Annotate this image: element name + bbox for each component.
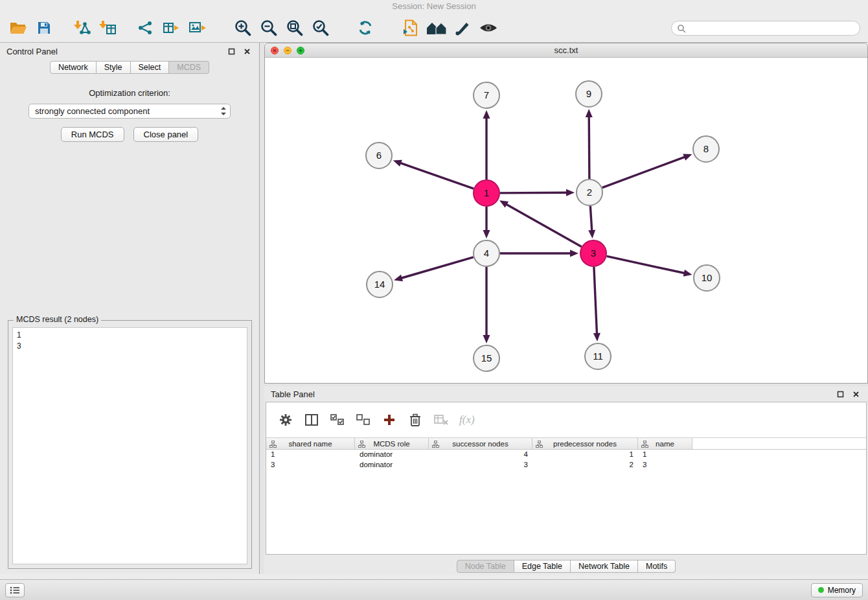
graph-node-6[interactable]: 6	[366, 143, 392, 168]
graph-node-11[interactable]: 11	[585, 343, 611, 369]
graph-edge-3-10[interactable]	[607, 256, 685, 273]
export-image-button[interactable]	[184, 16, 210, 40]
column-header-label: predecessor nodes	[553, 440, 617, 448]
tab-select[interactable]: Select	[131, 61, 170, 74]
style-document-button[interactable]	[398, 16, 424, 40]
tab-network-table[interactable]: Network Table	[571, 560, 638, 573]
table-settings-button[interactable]	[275, 410, 296, 430]
column-header-name[interactable]: name	[638, 438, 692, 449]
minimize-window-button[interactable]	[284, 47, 291, 54]
search-field[interactable]	[671, 21, 860, 36]
table-row[interactable]: 3dominator323	[266, 460, 866, 470]
graph-node-4[interactable]: 4	[474, 240, 499, 266]
list-icon	[10, 586, 20, 594]
graph-node-14[interactable]: 14	[367, 271, 393, 297]
cell-predecessor-nodes[interactable]: 1	[532, 450, 638, 460]
task-history-button[interactable]	[5, 583, 25, 597]
zoom-window-button[interactable]	[297, 47, 304, 54]
tab-node-table[interactable]: Node Table	[457, 560, 514, 573]
import-network-button[interactable]	[69, 16, 95, 40]
graph-node-2[interactable]: 2	[577, 179, 602, 205]
graph-edge-1-6[interactable]	[400, 163, 474, 189]
float-table-panel-button[interactable]	[834, 388, 846, 400]
graph-node-7[interactable]: 7	[474, 82, 499, 108]
float-panel-button[interactable]	[225, 45, 237, 57]
graph-edge-3-1[interactable]	[506, 204, 582, 247]
import-table-button[interactable]	[95, 16, 120, 40]
minimize-glyph-icon	[286, 49, 290, 52]
show-graphics-details-button[interactable]	[475, 16, 501, 40]
graph-node-15[interactable]: 15	[474, 345, 499, 371]
zoom-in-button[interactable]	[229, 16, 255, 40]
gear-icon	[279, 413, 292, 426]
cell-successor-nodes[interactable]: 4	[429, 450, 532, 460]
share-network-button[interactable]	[132, 16, 158, 40]
export-table-button[interactable]	[158, 16, 184, 40]
show-columns-button[interactable]	[301, 410, 322, 430]
network-graph[interactable]: 7968124314101511	[265, 58, 867, 383]
graph-edge-2-8[interactable]	[602, 157, 685, 188]
select-all-button[interactable]	[327, 410, 348, 430]
node-label: 6	[376, 150, 382, 161]
tab-motifs[interactable]: Motifs	[638, 560, 676, 573]
tab-network[interactable]: Network	[50, 61, 97, 74]
cell-name[interactable]: 3	[638, 460, 692, 470]
open-session-button[interactable]	[5, 16, 31, 40]
table-header-row: shared nameMCDS rolesuccessor nodesprede…	[266, 437, 866, 450]
zoom-fit-button[interactable]	[281, 16, 307, 40]
network-canvas[interactable]: 7968124314101511	[265, 58, 867, 383]
close-window-button[interactable]	[271, 47, 279, 54]
cell-MCDS-role[interactable]: dominator	[355, 450, 429, 460]
delete-row-button[interactable]	[405, 410, 426, 430]
column-header-shared-name[interactable]: shared name	[266, 438, 355, 449]
graph-node-1[interactable]: 1	[474, 180, 499, 206]
graph-edge-3-11[interactable]	[594, 267, 597, 334]
cell-shared-name[interactable]: 1	[266, 450, 355, 460]
close-panel-button[interactable]	[241, 45, 253, 57]
graph-edge-2-3[interactable]	[590, 206, 591, 231]
add-row-button[interactable]	[379, 410, 400, 430]
table-panel-tabs: Node TableEdge TableNetwork TableMotifs	[264, 560, 868, 573]
tab-style[interactable]: Style	[97, 61, 131, 74]
mcds-result-text[interactable]: 13	[12, 327, 247, 564]
delete-table-button[interactable]	[431, 410, 451, 430]
run-mcds-button[interactable]: Run MCDS	[61, 127, 124, 142]
graph-node-9[interactable]: 9	[576, 81, 602, 107]
style-brush-button[interactable]	[450, 16, 475, 40]
save-session-button[interactable]	[31, 16, 57, 40]
column-header-successor-nodes[interactable]: successor nodes	[429, 438, 532, 449]
table-row[interactable]: 1dominator411	[266, 450, 866, 460]
criterion-dropdown[interactable]: strongly connected component	[29, 104, 231, 119]
first-neighbors-button[interactable]	[424, 16, 450, 40]
style-brush-icon	[454, 20, 471, 36]
node-label: 9	[586, 88, 591, 99]
tab-edge-table[interactable]: Edge Table	[514, 560, 571, 573]
graph-node-10[interactable]: 10	[694, 265, 720, 291]
cell-MCDS-role[interactable]: dominator	[355, 460, 429, 470]
graph-edge-2-9[interactable]	[589, 116, 589, 179]
tab-mcds[interactable]: MCDS	[169, 61, 209, 74]
graph-edge-1-2[interactable]	[500, 192, 567, 193]
node-label: 8	[703, 143, 709, 154]
zoom-selected-button[interactable]	[307, 16, 333, 40]
close-table-panel-button[interactable]	[850, 388, 862, 400]
window-title: Session: New Session	[392, 1, 475, 11]
column-header-predecessor-nodes[interactable]: predecessor nodes	[532, 438, 638, 449]
deselect-all-button[interactable]	[353, 410, 374, 430]
function-builder-button[interactable]: f(x)	[457, 410, 477, 430]
search-input[interactable]	[689, 24, 860, 33]
cell-name[interactable]: 1	[638, 450, 692, 460]
memory-button[interactable]: Memory	[811, 583, 863, 597]
refresh-layout-button[interactable]	[352, 16, 378, 40]
graph-edge-4-14[interactable]	[401, 257, 474, 279]
cell-successor-nodes[interactable]: 3	[429, 460, 532, 470]
graph-node-8[interactable]: 8	[693, 136, 719, 162]
close-mcds-panel-button[interactable]: Close panel	[133, 127, 199, 142]
vertical-splitter[interactable]	[260, 43, 264, 574]
zoom-out-button[interactable]	[255, 16, 281, 40]
graph-node-3[interactable]: 3	[580, 240, 606, 266]
cell-predecessor-nodes[interactable]: 2	[532, 460, 638, 470]
cell-shared-name[interactable]: 3	[266, 460, 355, 470]
export-table-icon	[163, 20, 180, 36]
column-header-MCDS-role[interactable]: MCDS role	[355, 438, 429, 449]
